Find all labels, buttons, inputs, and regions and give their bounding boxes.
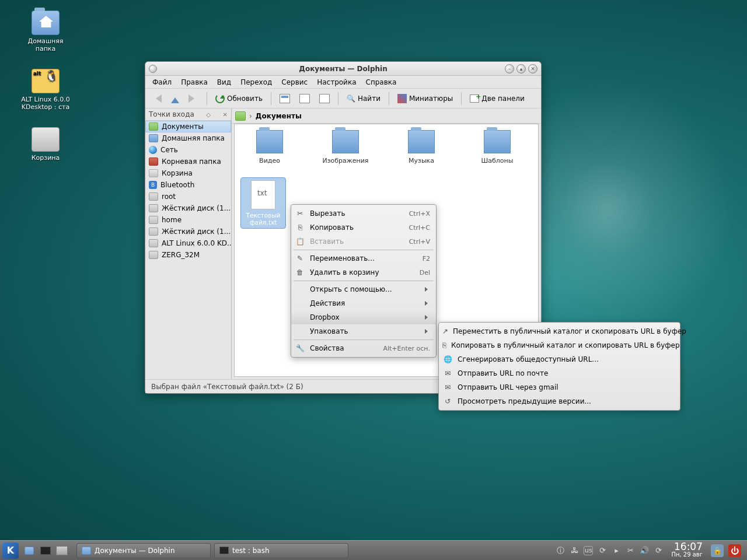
sidebar-item-2[interactable]: Сеть <box>145 144 231 156</box>
menu-item-icon <box>295 327 305 336</box>
network-icon[interactable]: 🖧 <box>570 546 579 555</box>
task-konsole[interactable]: test : bash <box>214 543 348 558</box>
place-icon <box>149 134 158 142</box>
back-button[interactable] <box>149 93 165 104</box>
view-icons-button[interactable] <box>277 92 293 105</box>
up-button[interactable] <box>168 92 182 105</box>
desktop-icon-home[interactable]: Домашняяпапка <box>18 10 74 52</box>
menu-item-icon <box>295 285 305 294</box>
split-icon: + <box>470 94 479 103</box>
view-details-button[interactable] <box>296 92 313 105</box>
submenu-item[interactable]: ✉Отправить URL через gmail <box>439 380 680 394</box>
folder-icon <box>484 130 511 153</box>
quicklaunch-konsole[interactable] <box>39 544 53 558</box>
desktop-icon-label: Корзина <box>18 154 74 162</box>
context-item[interactable]: ⎘КопироватьCtrl+C <box>291 220 436 235</box>
sidebar-item-10[interactable]: ALT Linux 6.0.0 KD... <box>145 237 231 249</box>
menu-item-icon: ⎘ <box>295 223 305 232</box>
lock-button[interactable]: 🔒 <box>711 544 724 557</box>
context-item[interactable]: Действия <box>291 296 436 310</box>
place-icon: B <box>149 181 157 189</box>
panel-close-icon[interactable]: ✕ <box>223 111 228 118</box>
context-menu: ✂ВырезатьCtrl+X⎘КопироватьCtrl+C📋Вставит… <box>291 204 437 358</box>
menu-item-icon: ✂ <box>295 209 305 218</box>
terminal-icon <box>40 547 51 555</box>
shutdown-button[interactable]: ⏻ <box>728 544 741 557</box>
submenu-item[interactable]: ⎘Копировать в публичный каталог и скопир… <box>439 338 680 352</box>
menu-view[interactable]: Вид <box>214 77 235 88</box>
sidebar-item-5[interactable]: BBluetooth <box>145 179 231 191</box>
submenu-arrow-icon <box>425 329 430 334</box>
folder-item[interactable]: Музыка <box>392 130 451 164</box>
breadcrumb-current: Документы <box>256 112 302 120</box>
info-icon[interactable]: ⓘ <box>556 546 565 555</box>
sidebar-item-4[interactable]: Корзина <box>145 167 231 179</box>
menu-help[interactable]: Справка <box>362 77 400 88</box>
menu-item-icon: 🗑 <box>295 268 305 277</box>
clock[interactable]: 16:07 Пн, 29 авг <box>671 543 703 558</box>
sidebar-item-8[interactable]: home <box>145 214 231 226</box>
dropbox-tray-icon[interactable]: ⟳ <box>598 546 607 555</box>
folder-item[interactable]: Шаблоны <box>468 130 526 164</box>
context-item[interactable]: Упаковать <box>291 324 436 338</box>
menu-tools[interactable]: Сервис <box>278 77 311 88</box>
context-item[interactable]: Открыть с помощью... <box>291 282 436 296</box>
find-button[interactable]: 🔍Найти <box>344 93 383 104</box>
quicklaunch-dolphin[interactable] <box>22 544 36 558</box>
desktop-icon-label: ALT Linux 6.0.0KDesktop : ста <box>18 96 74 111</box>
refresh-button[interactable]: Обновить <box>212 92 266 105</box>
thumbnails-icon <box>397 94 407 103</box>
titlebar[interactable]: Документы — Dolphin – ▴ ✕ <box>145 62 541 76</box>
menu-go[interactable]: Переход <box>237 77 275 88</box>
task-dolphin[interactable]: Документы — Dolphin <box>76 543 211 558</box>
folder-item[interactable]: Изображения <box>316 130 375 164</box>
context-item[interactable]: ✂ВырезатьCtrl+X <box>291 206 436 220</box>
sidebar-item-6[interactable]: root <box>145 191 231 202</box>
desktop-icon-altlinux[interactable]: alt🐧 ALT Linux 6.0.0KDesktop : ста <box>18 69 74 111</box>
folder-item[interactable]: Видео <box>240 130 299 164</box>
menu-separator <box>294 250 434 250</box>
panel-pin-icon[interactable]: ◇ <box>206 111 211 118</box>
sidebar-item-9[interactable]: Жёсткий диск (1... <box>145 226 231 237</box>
updates-icon[interactable]: ⟳ <box>654 546 663 555</box>
place-icon <box>149 228 158 236</box>
system-tray: ⓘ 🖧 us ⟳ ▸ ✂ 🔊 ⟳ 16:07 Пн, 29 авг 🔒 ⏻ <box>556 543 745 558</box>
sidebar-item-1[interactable]: Домашняя папка <box>145 132 231 144</box>
tray-expand-icon[interactable]: ▸ <box>612 546 621 555</box>
sidebar-item-11[interactable]: ZERG_32M <box>145 249 231 261</box>
volume-icon[interactable]: 🔊 <box>640 546 649 555</box>
submenu-item[interactable]: ✉Отправить URL по почте <box>439 366 680 380</box>
menu-item-icon: ⎘ <box>442 341 446 350</box>
clipboard-icon[interactable]: ✂ <box>626 546 635 555</box>
submenu-item[interactable]: ↺Просмотреть предыдущие версии... <box>439 394 680 408</box>
sidebar-item-3[interactable]: Корневая папка <box>145 156 231 167</box>
menu-item-icon: ✉ <box>442 383 453 392</box>
menu-item-icon: ✉ <box>442 369 453 378</box>
sidebar-item-0[interactable]: Документы <box>145 121 231 132</box>
view-columns-button[interactable] <box>316 92 333 105</box>
context-item[interactable]: 🔧СвойстваAlt+Enter осн. <box>291 341 436 355</box>
thumbnails-button[interactable]: Миниатюры <box>395 92 456 105</box>
file-label: Текстовый файл.txt <box>243 212 283 226</box>
menu-settings[interactable]: Настройка <box>313 77 359 88</box>
separator <box>271 92 271 105</box>
breadcrumb-separator: › <box>249 112 252 120</box>
separator <box>338 92 338 105</box>
submenu-item[interactable]: 🌐Сгенерировать общедоступный URL... <box>439 352 680 366</box>
context-item[interactable]: 🗑Удалить в корзинуDel <box>291 265 436 279</box>
submenu-item[interactable]: ↗Переместить в публичный каталог и скопи… <box>439 324 680 338</box>
forward-button[interactable] <box>186 93 201 104</box>
split-button[interactable]: +Две панели <box>467 93 528 104</box>
menu-file[interactable]: Файл <box>149 77 175 88</box>
show-desktop[interactable] <box>55 544 69 558</box>
context-item[interactable]: ✎Переименовать...F2 <box>291 251 436 265</box>
place-icon <box>149 216 158 224</box>
kickoff-button[interactable]: K <box>2 542 19 559</box>
desktop-icon-trash[interactable]: Корзина <box>18 127 74 162</box>
breadcrumb[interactable]: › Документы <box>232 108 541 124</box>
file-item-selected[interactable]: Текстовый файл.txt <box>240 177 286 229</box>
menu-edit[interactable]: Правка <box>177 77 211 88</box>
context-item[interactable]: Dropbox <box>291 310 436 324</box>
keyboard-layout[interactable]: us <box>584 546 593 555</box>
sidebar-item-7[interactable]: Жёсткий диск (1... <box>145 202 231 214</box>
